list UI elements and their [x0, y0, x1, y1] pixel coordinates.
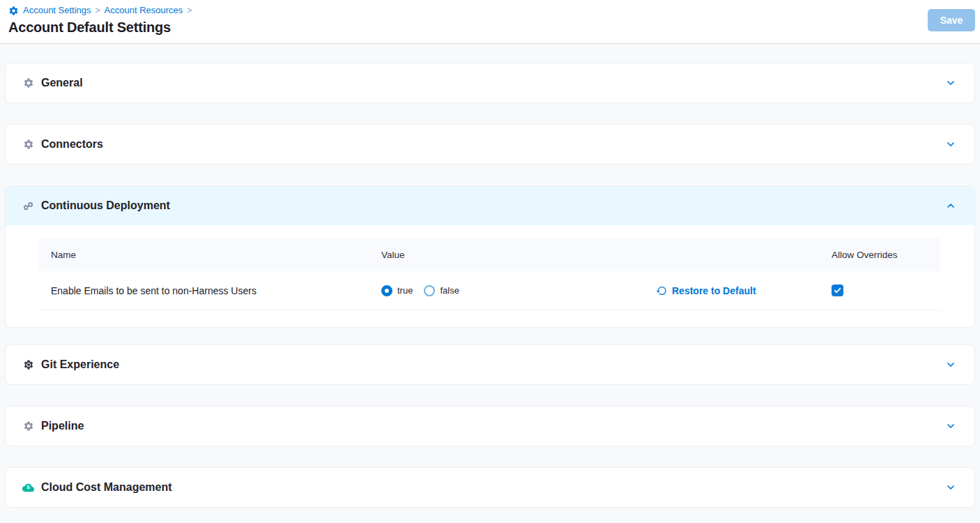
section-title: Pipeline: [41, 420, 84, 432]
breadcrumb-separator: >: [95, 4, 100, 17]
save-button[interactable]: Save: [928, 9, 975, 31]
section-title: General: [41, 77, 83, 89]
allow-overrides-checkbox[interactable]: [832, 285, 843, 296]
settings-gear-icon: [8, 6, 19, 16]
chevron-up-icon[interactable]: [945, 200, 956, 211]
settings-table: Name Value Allow Overrides Enable Emails…: [6, 225, 974, 327]
gear-icon: [22, 77, 34, 89]
section-general-header[interactable]: General: [6, 63, 974, 103]
restore-label: Restore to Default: [672, 285, 756, 296]
table-header-row: Name Value Allow Overrides: [39, 238, 940, 271]
gear-icon: [22, 139, 34, 151]
restore-to-default-link[interactable]: Restore to Default: [656, 285, 756, 296]
section-title: Continuous Deployment: [41, 199, 170, 212]
breadcrumb-account-settings[interactable]: Account Settings: [23, 4, 91, 17]
column-header-name: Name: [51, 250, 381, 260]
dollar-glyph: $: [22, 483, 34, 492]
section-pipeline: Pipeline: [5, 406, 975, 446]
value-radio-group: true false: [381, 285, 459, 296]
cloud-dollar-icon: $: [22, 482, 34, 494]
section-cloud-cost-management: $ Cloud Cost Management: [5, 467, 975, 508]
page-title: Account Default Settings: [8, 20, 972, 36]
radio-selected-icon[interactable]: [381, 285, 392, 296]
chevron-down-icon[interactable]: [945, 420, 956, 432]
section-git-experience-header[interactable]: Git Experience: [6, 345, 974, 384]
breadcrumb: Account Settings > Account Resources >: [8, 4, 972, 17]
chevron-down-icon[interactable]: [945, 139, 956, 150]
section-continuous-deployment: Continuous Deployment Name Value Allow O…: [5, 185, 975, 328]
chevron-down-icon[interactable]: [945, 77, 956, 89]
page-header: Account Settings > Account Resources > A…: [0, 0, 980, 44]
setting-name: Enable Emails to be sent to non-Harness …: [51, 285, 381, 296]
section-git-experience: Git Experience: [5, 344, 975, 385]
section-connectors-header[interactable]: Connectors: [6, 125, 974, 164]
section-connectors: Connectors: [5, 124, 975, 165]
radio-option-false[interactable]: false: [424, 285, 459, 296]
radio-label: false: [440, 285, 459, 296]
section-pipeline-header[interactable]: Pipeline: [6, 407, 974, 446]
settings-list: General Connectors Continuous Deployment: [0, 44, 980, 508]
restore-icon: [656, 285, 667, 296]
breadcrumb-separator: >: [187, 4, 192, 17]
radio-option-true[interactable]: true: [381, 285, 413, 296]
chevron-down-icon[interactable]: [945, 359, 956, 370]
chevron-down-icon[interactable]: [945, 482, 956, 493]
radio-label: true: [397, 285, 413, 296]
cd-link-icon: [22, 200, 34, 212]
section-title: Connectors: [41, 138, 103, 151]
breadcrumb-account-resources[interactable]: Account Resources: [105, 4, 183, 17]
gear-outline-icon: [22, 359, 34, 371]
section-general: General: [5, 63, 975, 103]
gear-icon: [22, 420, 34, 432]
section-title: Cloud Cost Management: [41, 481, 172, 494]
section-cloud-cost-management-header[interactable]: $ Cloud Cost Management: [6, 468, 974, 507]
column-header-allow-overrides: Allow Overrides: [832, 250, 940, 260]
table-row: Enable Emails to be sent to non-Harness …: [39, 271, 940, 310]
section-continuous-deployment-header[interactable]: Continuous Deployment: [6, 186, 974, 225]
section-title: Git Experience: [41, 358, 119, 371]
column-header-value: Value: [381, 250, 656, 260]
radio-unselected-icon[interactable]: [424, 285, 435, 296]
